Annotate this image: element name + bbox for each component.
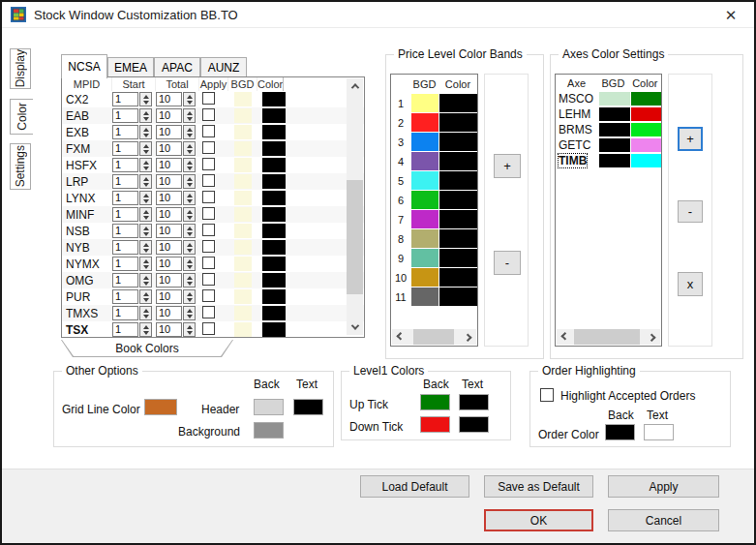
load-default-button[interactable]: Load Default [360,475,469,498]
spinner-arrows[interactable] [139,240,152,255]
scroll-down-icon[interactable] [347,319,363,335]
spinner-arrows[interactable] [183,108,196,123]
spinner-arrows[interactable] [139,224,152,238]
axe-color-swatch[interactable] [631,92,662,106]
ok-button[interactable]: OK [484,509,593,531]
band-color-swatch[interactable] [439,191,477,209]
color-swatch[interactable] [262,141,286,156]
total-spinner[interactable]: 10 [156,207,199,222]
spinner-arrows[interactable] [183,240,196,255]
spin-down-icon[interactable] [143,150,149,154]
spinner-arrows[interactable] [183,224,196,238]
spin-down-icon[interactable] [143,101,149,105]
spinner-arrows[interactable] [139,322,152,337]
spin-down-icon[interactable] [187,199,193,203]
tab-color[interactable]: Color [10,99,33,135]
scrollbar-thumb[interactable] [347,180,363,294]
spin-up-icon[interactable] [187,276,193,280]
scrollbar-thumb[interactable] [574,329,640,345]
spin-up-icon[interactable] [187,194,193,197]
tab-apac[interactable]: APAC [154,57,200,78]
spin-up-icon[interactable] [187,292,193,296]
spin-up-icon[interactable] [143,194,149,197]
start-spinner[interactable]: 1 [112,108,156,123]
start-spinner[interactable]: 1 [112,273,156,288]
total-spinner[interactable]: 10 [156,158,199,172]
band-bgd-swatch[interactable] [411,268,438,287]
spin-down-icon[interactable] [143,249,149,253]
price-band-add-button[interactable]: + [494,154,521,178]
spinner-arrows[interactable] [183,257,196,271]
spin-up-icon[interactable] [187,309,193,313]
spin-down-icon[interactable] [187,249,193,253]
band-color-swatch[interactable] [439,268,477,287]
spin-up-icon[interactable] [143,325,149,329]
axe-bgd-swatch[interactable] [599,138,630,152]
band-bgd-swatch[interactable] [411,94,438,112]
spin-down-icon[interactable] [187,315,193,318]
scroll-up-icon[interactable] [347,78,363,94]
scroll-left-icon[interactable] [557,329,572,345]
tab-display[interactable]: Display [10,48,31,89]
apply-checkbox[interactable] [202,174,215,187]
axe-bgd-swatch[interactable] [599,123,630,136]
color-swatch[interactable] [262,191,286,205]
band-bgd-swatch[interactable] [411,171,438,190]
down-tick-back-swatch[interactable] [420,416,450,433]
axe-bgd-swatch[interactable] [599,107,630,121]
bgd-swatch[interactable] [234,125,252,139]
spin-up-icon[interactable] [143,292,149,296]
apply-checkbox[interactable] [202,158,215,170]
spin-down-icon[interactable] [143,167,149,170]
band-bgd-swatch[interactable] [411,191,438,209]
price-horizontal-scrollbar[interactable] [392,329,476,345]
bgd-swatch[interactable] [234,273,252,288]
grid-line-color-swatch[interactable] [144,399,177,415]
apply-checkbox[interactable] [202,257,215,269]
axe-color-swatch[interactable] [631,123,662,136]
apply-checkbox[interactable] [202,191,215,203]
total-spinner[interactable]: 10 [156,306,199,320]
axe-bgd-swatch[interactable] [599,154,630,167]
start-spinner[interactable]: 1 [112,289,156,304]
color-swatch[interactable] [262,158,286,172]
apply-checkbox[interactable] [202,289,215,302]
start-spinner[interactable]: 1 [112,306,156,320]
spinner-arrows[interactable] [183,125,196,139]
header-back-swatch[interactable] [254,399,284,415]
spin-down-icon[interactable] [187,265,193,269]
total-spinner[interactable]: 10 [156,240,199,255]
axes-delete-button[interactable]: x [678,272,703,296]
start-spinner[interactable]: 1 [112,191,156,205]
spinner-arrows[interactable] [183,289,196,304]
spinner-arrows[interactable] [139,141,152,156]
highlight-accepted-orders-checkbox[interactable] [540,388,554,402]
total-spinner[interactable]: 10 [156,273,199,288]
spinner-arrows[interactable] [183,322,196,337]
start-spinner[interactable]: 1 [112,257,156,271]
scrollbar-thumb[interactable] [413,329,454,345]
spin-up-icon[interactable] [187,210,193,214]
bgd-swatch[interactable] [234,306,252,320]
band-color-swatch[interactable] [439,113,477,132]
spin-up-icon[interactable] [143,276,149,280]
band-bgd-swatch[interactable] [411,249,438,267]
color-swatch[interactable] [262,273,286,288]
color-swatch[interactable] [262,108,286,123]
total-spinner[interactable]: 10 [156,257,199,271]
total-spinner[interactable]: 10 [156,224,199,238]
spin-down-icon[interactable] [143,298,149,302]
color-swatch[interactable] [262,289,286,304]
bgd-swatch[interactable] [234,240,252,255]
color-swatch[interactable] [262,174,286,189]
bgd-swatch[interactable] [234,289,252,304]
bgd-swatch[interactable] [234,174,252,189]
spinner-arrows[interactable] [139,158,152,172]
apply-checkbox[interactable] [202,273,215,286]
band-color-swatch[interactable] [439,249,477,267]
start-spinner[interactable]: 1 [112,240,156,255]
spinner-arrows[interactable] [183,174,196,189]
spin-down-icon[interactable] [143,183,149,187]
spin-up-icon[interactable] [143,161,149,165]
total-spinner[interactable]: 10 [156,191,199,205]
